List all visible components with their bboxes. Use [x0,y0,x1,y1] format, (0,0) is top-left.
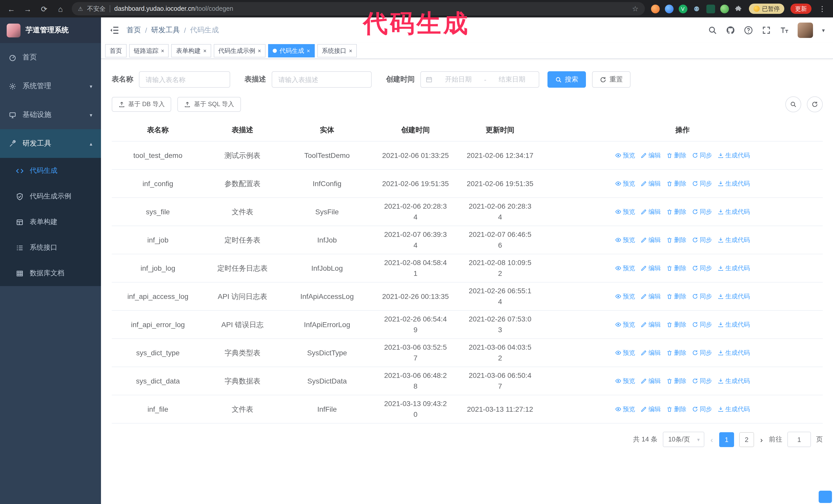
action-delete-link[interactable]: 删除 [666,263,686,273]
extension-fox-icon[interactable] [651,4,660,13]
close-icon[interactable]: × [161,48,164,54]
action-edit-link[interactable]: 编辑 [641,376,661,386]
extension-v-icon[interactable]: V [679,4,687,13]
tab-codegen[interactable]: 代码生成× [268,44,315,57]
reset-button[interactable]: 重置 [592,71,630,88]
github-icon[interactable] [726,26,735,35]
fullscreen-icon[interactable] [762,26,771,35]
action-edit-link[interactable]: 编辑 [641,235,661,245]
action-download-link[interactable]: 生成代码 [718,178,750,189]
table-name-input[interactable] [139,71,230,88]
sidebar-item-dev-tools[interactable]: 研发工具 ▴ [0,129,101,158]
sidebar-item-home[interactable]: 首页 [0,43,101,72]
action-eye-link[interactable]: 预览 [615,319,635,330]
action-edit-link[interactable]: 编辑 [641,150,661,161]
action-delete-link[interactable]: 删除 [666,404,686,414]
action-eye-link[interactable]: 预览 [615,263,635,273]
action-download-link[interactable]: 生成代码 [718,404,750,414]
browser-forward-icon[interactable]: → [23,5,33,13]
action-delete-link[interactable]: 删除 [666,150,686,161]
action-download-link[interactable]: 生成代码 [718,263,750,273]
goto-page-input[interactable] [787,432,811,447]
tab-codegen-example[interactable]: 代码生成示例× [214,44,266,57]
avatar-caret-down-icon[interactable]: ▾ [822,27,825,33]
browser-menu-icon[interactable]: ⋮ [818,5,827,13]
page-button-1[interactable]: 1 [719,432,734,447]
action-download-link[interactable]: 生成代码 [718,347,750,358]
browser-home-icon[interactable]: ⌂ [55,5,66,13]
browser-back-icon[interactable]: ← [6,5,17,13]
action-edit-link[interactable]: 编辑 [641,207,661,217]
font-size-icon[interactable] [780,26,789,35]
action-eye-link[interactable]: 预览 [615,207,635,217]
action-delete-link[interactable]: 删除 [666,235,686,245]
action-download-link[interactable]: 生成代码 [718,207,750,217]
search-icon[interactable] [708,26,717,35]
page-size-select[interactable]: 10条/页 ▾ [663,432,704,447]
tab-home[interactable]: 首页 [105,44,127,57]
tab-link-trace[interactable]: 链路追踪× [129,44,169,57]
action-edit-link[interactable]: 编辑 [641,178,661,189]
sidebar-logo[interactable]: 芋道管理系统 [0,18,101,43]
action-eye-link[interactable]: 预览 [615,404,635,414]
corner-widget-button[interactable] [819,491,832,503]
import-db-button[interactable]: 基于 DB 导入 [112,97,171,112]
toggle-search-button[interactable] [785,96,801,112]
action-sync-link[interactable]: 同步 [692,404,712,414]
action-sync-link[interactable]: 同步 [692,150,712,161]
refresh-table-button[interactable] [807,96,823,112]
bookmark-star-icon[interactable]: ☆ [632,5,639,13]
extension-people-icon[interactable]: ⚉ [692,4,701,13]
sidebar-item-codegen-example[interactable]: 代码生成示例 [0,184,101,209]
action-edit-link[interactable]: 编辑 [641,319,661,330]
action-sync-link[interactable]: 同步 [692,207,712,217]
action-eye-link[interactable]: 预览 [615,150,635,161]
action-sync-link[interactable]: 同步 [692,376,712,386]
action-sync-link[interactable]: 同步 [692,235,712,245]
action-delete-link[interactable]: 删除 [666,207,686,217]
action-eye-link[interactable]: 预览 [615,235,635,245]
action-eye-link[interactable]: 预览 [615,347,635,358]
address-bar[interactable]: ⚠ 不安全 dashboard.yudao.iocoder.cn/tool/co… [72,2,645,16]
action-edit-link[interactable]: 编辑 [641,404,661,414]
close-icon[interactable]: × [307,48,310,54]
page-button-2[interactable]: 2 [739,432,754,447]
action-download-link[interactable]: 生成代码 [718,150,750,161]
action-delete-link[interactable]: 删除 [666,347,686,358]
breadcrumb-home[interactable]: 首页 [127,26,141,35]
extension-ball-icon[interactable] [665,4,673,13]
tab-system-api[interactable]: 系统接口× [317,44,357,57]
action-download-link[interactable]: 生成代码 [718,376,750,386]
chrome-update-button[interactable]: 更新 [790,4,811,14]
prev-page-button[interactable]: ‹ [710,435,714,444]
action-eye-link[interactable]: 预览 [615,376,635,386]
action-delete-link[interactable]: 删除 [666,291,686,302]
browser-reload-icon[interactable]: ⟳ [39,5,49,13]
extension-leaf-icon[interactable] [720,4,729,13]
action-delete-link[interactable]: 删除 [666,376,686,386]
action-sync-link[interactable]: 同步 [692,178,712,189]
help-icon[interactable] [744,26,753,35]
action-edit-link[interactable]: 编辑 [641,347,661,358]
avatar[interactable] [798,23,813,38]
date-range-picker[interactable]: 开始日期 - 结束日期 [420,71,539,88]
close-icon[interactable]: × [349,48,352,54]
table-desc-input[interactable] [272,71,372,88]
action-download-link[interactable]: 生成代码 [718,291,750,302]
action-delete-link[interactable]: 删除 [666,178,686,189]
sidebar-item-form-builder[interactable]: 表单构建 [0,209,101,235]
sidebar-item-system-mgmt[interactable]: 系统管理 ▾ [0,72,101,100]
close-icon[interactable]: × [203,48,207,54]
tab-form-builder[interactable]: 表单构建× [171,44,211,57]
sidebar-item-codegen[interactable]: 代码生成 [0,158,101,184]
puzzle-icon[interactable] [734,4,742,13]
next-page-button[interactable]: › [759,435,764,444]
sidebar-item-system-api[interactable]: 系统接口 [0,235,101,261]
paused-badge[interactable]: 已暂停 [749,4,784,14]
sidebar-item-infrastructure[interactable]: 基础设施 ▾ [0,100,101,129]
action-sync-link[interactable]: 同步 [692,347,712,358]
action-edit-link[interactable]: 编辑 [641,263,661,273]
import-sql-button[interactable]: 基于 SQL 导入 [177,97,241,112]
action-delete-link[interactable]: 删除 [666,319,686,330]
close-icon[interactable]: × [258,48,261,54]
